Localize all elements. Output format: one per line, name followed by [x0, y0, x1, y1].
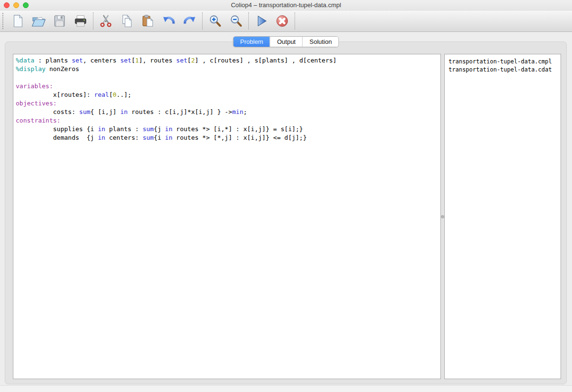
run-play-icon — [254, 14, 268, 28]
zoom-in-button[interactable] — [207, 13, 223, 29]
toolbar-separator — [202, 12, 203, 30]
code-line: objectives: — [16, 99, 438, 108]
open-folder-icon — [31, 13, 46, 29]
file-list-item[interactable]: transportation-tupel-data.cdat — [449, 66, 557, 74]
paste-clipboard-icon — [141, 14, 155, 28]
print-button[interactable] — [73, 13, 88, 29]
open-file-button[interactable] — [31, 13, 46, 29]
copy-button[interactable] — [119, 13, 134, 29]
redo-button[interactable] — [182, 13, 197, 29]
project-file-list[interactable]: transportation-tupel-data.cmpltransporta… — [444, 54, 561, 379]
code-line: %display nonZeros — [16, 65, 438, 73]
close-button[interactable] — [4, 2, 10, 8]
toolbar-drag-handle[interactable] — [2, 13, 3, 29]
tab-output[interactable]: Output — [270, 37, 302, 47]
code-line — [16, 73, 438, 82]
view-tabs: Problem Output Solution — [233, 36, 339, 47]
code-line: variables: — [16, 82, 438, 91]
code-editor[interactable]: %data : plants set, centers set[1], rout… — [13, 54, 440, 144]
redo-icon — [182, 13, 197, 29]
app-window: Coliop4 – transportation-tupel-data.cmpl — [0, 0, 572, 392]
code-line: supplies {i in plants : sum{j in routes … — [16, 125, 438, 134]
toolbar — [0, 10, 572, 32]
copy-icon — [120, 14, 134, 28]
code-line: x[routes]: real[0..]; — [16, 91, 438, 99]
zoom-out-button[interactable] — [228, 13, 244, 29]
save-icon — [52, 14, 67, 28]
tab-problem[interactable]: Problem — [234, 37, 270, 47]
stop-cancel-icon — [275, 13, 290, 29]
zoom-in-icon — [208, 14, 222, 28]
code-line: %data : plants set, centers set[1], rout… — [16, 56, 438, 65]
save-button[interactable] — [52, 13, 67, 29]
print-icon — [73, 14, 88, 28]
undo-icon — [161, 13, 176, 29]
zoom-window-button[interactable] — [23, 2, 29, 8]
window-title: Coliop4 – transportation-tupel-data.cmpl — [0, 0, 572, 10]
new-file-button[interactable] — [10, 13, 25, 29]
code-line: constraints: — [16, 116, 438, 125]
code-editor-panel[interactable]: %data : plants set, centers set[1], rout… — [13, 54, 441, 379]
tab-solution[interactable]: Solution — [302, 37, 338, 47]
zoom-out-icon — [229, 14, 243, 28]
status-bar — [0, 385, 572, 392]
toolbar-separator — [295, 12, 295, 30]
stop-button[interactable] — [275, 13, 290, 29]
traffic-lights — [4, 2, 29, 8]
cut-scissors-icon — [99, 14, 113, 28]
file-list-item[interactable]: transportation-tupel-data.cmpl — [449, 58, 557, 66]
undo-button[interactable] — [161, 13, 176, 29]
cut-button[interactable] — [98, 13, 113, 29]
toolbar-separator — [248, 12, 249, 30]
new-document-icon — [10, 14, 25, 28]
paste-button[interactable] — [140, 13, 155, 29]
splitter-handle[interactable] — [441, 215, 444, 218]
run-button[interactable] — [254, 13, 269, 29]
title-bar[interactable]: Coliop4 – transportation-tupel-data.cmpl — [0, 0, 572, 10]
minimize-button[interactable] — [13, 2, 19, 8]
toolbar-separator — [93, 12, 93, 30]
code-line: demands {j in centers: sum{i in routes *… — [16, 134, 438, 142]
code-line: costs: sum{ [i,j] in routes : c[i,j]*x[i… — [16, 108, 438, 116]
